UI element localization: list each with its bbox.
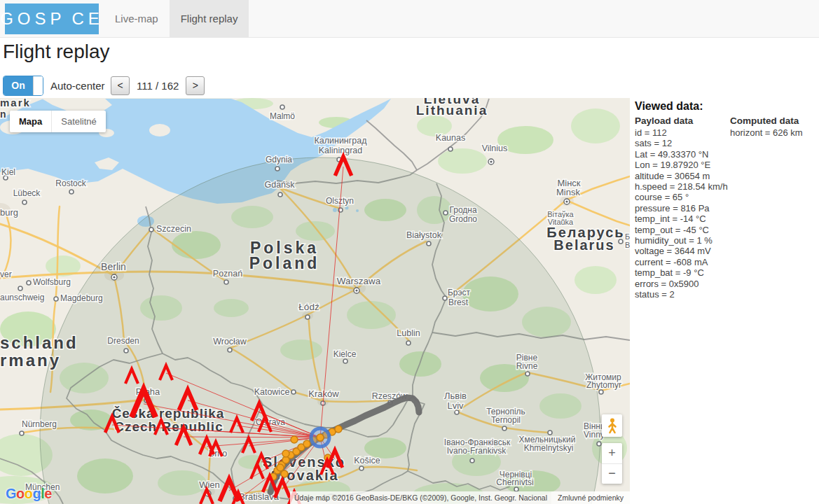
navbar: GOSP CE Live-map Flight replay	[0, 0, 819, 38]
zoom-out-button[interactable]: −	[602, 464, 622, 484]
zoom-in-button[interactable]: +	[602, 443, 622, 464]
map-label: Berlin	[101, 261, 126, 272]
telemetry-row: id = 112	[635, 127, 729, 138]
telemetry-panel: Viewed data: Payload data id = 112sats =…	[635, 100, 818, 115]
tab-live-map[interactable]: Live-map	[104, 0, 170, 38]
replay-controls: On Auto-center < 111 / 162 >	[3, 75, 205, 96]
google-logo[interactable]: Google	[6, 486, 52, 502]
google-logo-letter: G	[6, 486, 16, 501]
computed-column: Computed data horizont = 626 km	[730, 115, 818, 138]
map-label: Lübeck	[13, 188, 41, 198]
google-logo-letter: e	[44, 486, 52, 501]
telemetry-row: current = -608 mA	[635, 257, 729, 267]
next-frame-button[interactable]: >	[186, 76, 205, 95]
brand-text-post: CE	[72, 9, 104, 29]
auto-center-label: Auto-center	[50, 80, 111, 92]
panel-title: Viewed data:	[635, 100, 818, 113]
map-label: Brest	[448, 298, 469, 307]
brand-text-pre: GOSP	[0, 9, 65, 29]
map-label: Poland	[249, 254, 320, 272]
map-label: Kaunas	[436, 133, 465, 143]
map-label: Львів	[444, 391, 467, 401]
tab-flight-replay[interactable]: Flight replay	[170, 0, 249, 38]
payload-header: Payload data	[635, 115, 729, 126]
map-label: Lithuania	[416, 103, 488, 118]
telemetry-row: errors = 0x5900	[635, 279, 729, 289]
telemetry-row: sats = 12	[635, 138, 729, 148]
map-label: Magdeburg	[60, 293, 103, 303]
map[interactable]: marknMalmöKielRostockLübeckburgverWolfsb…	[0, 98, 630, 504]
map-label: Zhytomyr	[586, 380, 621, 390]
prev-frame-button[interactable]: <	[111, 76, 130, 95]
map-label: Kiel	[1, 167, 15, 177]
attribution-text: Údaje máp ©2016 GeoBasis-DE/BKG (©2009),…	[290, 491, 551, 504]
map-label: Б	[625, 232, 630, 241]
pegman-icon	[606, 417, 619, 434]
map-label: Rivne	[516, 361, 538, 371]
map-label: aunschweig	[0, 293, 44, 302]
telemetry-row: h.speed = 218.54 km/h	[635, 181, 729, 192]
map-label: Wolfsburg	[33, 277, 71, 287]
map-label: Czech Republic	[114, 419, 223, 434]
map-label: Wrocław	[213, 337, 247, 346]
island	[149, 124, 170, 136]
map-type-satellite-button[interactable]: Satelitné	[51, 111, 106, 132]
balloon-current-point[interactable]	[317, 434, 324, 441]
map-label: Košice	[354, 456, 380, 465]
telemetry-row: altitude = 30654 m	[635, 171, 729, 181]
map-label: Gdańsk	[264, 180, 295, 190]
map-label: burg	[0, 207, 18, 218]
page-title: Flight replay	[3, 41, 110, 63]
map-label: Česká republika	[112, 406, 225, 421]
map-zoom-control: + −	[602, 443, 622, 484]
map-label: Chernivtsi	[496, 477, 533, 487]
telemetry-row: course = 65 °	[635, 192, 729, 202]
map-label: Minsk	[556, 187, 580, 197]
map-label: Gdynia	[266, 155, 292, 164]
map-label: Vilnius	[482, 144, 508, 153]
nav-tabs: Live-map Flight replay	[104, 0, 249, 38]
map-label: Lublin	[397, 328, 420, 338]
telemetry-row: Lat = 49.33370 °N	[635, 149, 729, 160]
pegman-button[interactable]	[602, 414, 622, 437]
map-label: Kielce	[333, 349, 357, 359]
map-label: Poznań	[213, 269, 242, 279]
telemetry-row: temp_bat = -9 °C	[635, 267, 729, 278]
map-type-map-button[interactable]: Mapa	[10, 111, 51, 132]
telemetry-row: temp_int = -14 °C	[635, 214, 729, 224]
map-label: Malmö	[270, 111, 295, 121]
map-label: Rostock	[55, 178, 86, 188]
map-label: Брэст	[448, 288, 471, 298]
map-label: Khmelnytskyi	[524, 443, 574, 453]
map-label: rmany	[0, 351, 61, 370]
map-label: Belarus	[553, 237, 614, 253]
frame-counter: 111 / 162	[137, 80, 179, 92]
map-label: Warszawa	[337, 276, 381, 286]
app-root: GOSP CE Live-map Flight replay Flight re…	[0, 0, 819, 504]
auto-center-toggle[interactable]: On	[3, 76, 43, 96]
telemetry-row: horizont = 626 km	[730, 127, 818, 138]
map-label: Katowice	[254, 387, 290, 397]
map-label: Ivano-Frankivsk	[447, 446, 507, 456]
google-logo-letter: g	[33, 486, 41, 501]
map-label: Kaliningrad	[319, 146, 363, 155]
map-label: ver	[0, 270, 12, 279]
map-label: mark	[0, 98, 31, 108]
map-label: Białystok	[406, 230, 442, 240]
map-label: Nürnberg	[22, 419, 57, 429]
map-label: B	[625, 241, 630, 249]
toggle-on-label: On	[4, 76, 33, 95]
telemetry-row: Lon = 19.87920 °E	[635, 160, 729, 170]
terms-link[interactable]: Zmluvné podmienky	[551, 491, 630, 504]
map-label: Dresden	[107, 336, 139, 346]
map-label: Grodno	[449, 214, 477, 224]
map-label: Szczecin	[156, 224, 191, 234]
telemetry-row: humidity_out = 1 %	[635, 235, 729, 246]
map-label: Łódź	[298, 302, 319, 312]
brand-logo[interactable]: GOSP CE	[5, 4, 99, 34]
payload-column: Payload data id = 112sats = 12Lat = 49.3…	[635, 115, 729, 300]
telemetry-row: temp_out = -45 °C	[635, 225, 729, 235]
map-label: Гродна	[449, 205, 477, 215]
map-canvas[interactable]: marknMalmöKielRostockLübeckburgverWolfsb…	[0, 98, 630, 504]
map-attribution: Údaje máp ©2016 GeoBasis-DE/BKG (©2009),…	[290, 491, 630, 504]
